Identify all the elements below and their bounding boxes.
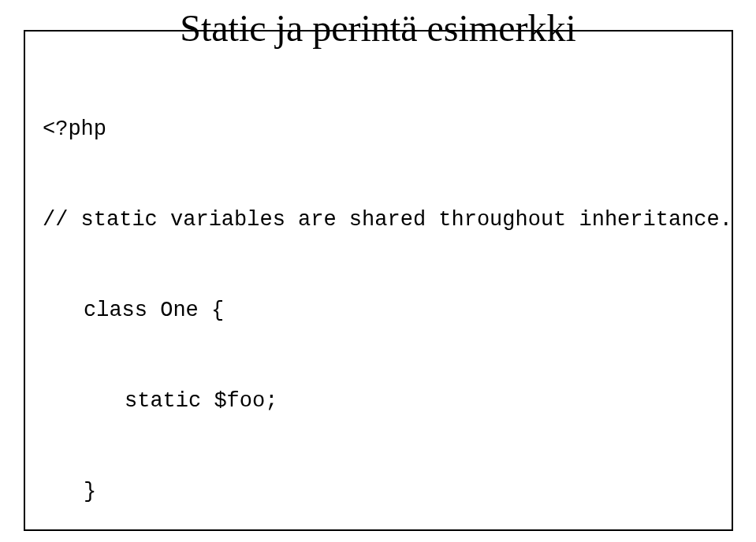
code-block: <?php // static variables are shared thr… bbox=[43, 54, 714, 542]
class-one-open: class One { bbox=[43, 295, 714, 325]
static-foo-decl: static $foo; bbox=[43, 386, 714, 416]
code-example-box: <?php // static variables are shared thr… bbox=[24, 30, 733, 531]
class-one-close: } bbox=[43, 477, 714, 507]
php-open-tag: <?php bbox=[43, 114, 714, 144]
code-comment: // static variables are shared throughou… bbox=[43, 205, 714, 235]
